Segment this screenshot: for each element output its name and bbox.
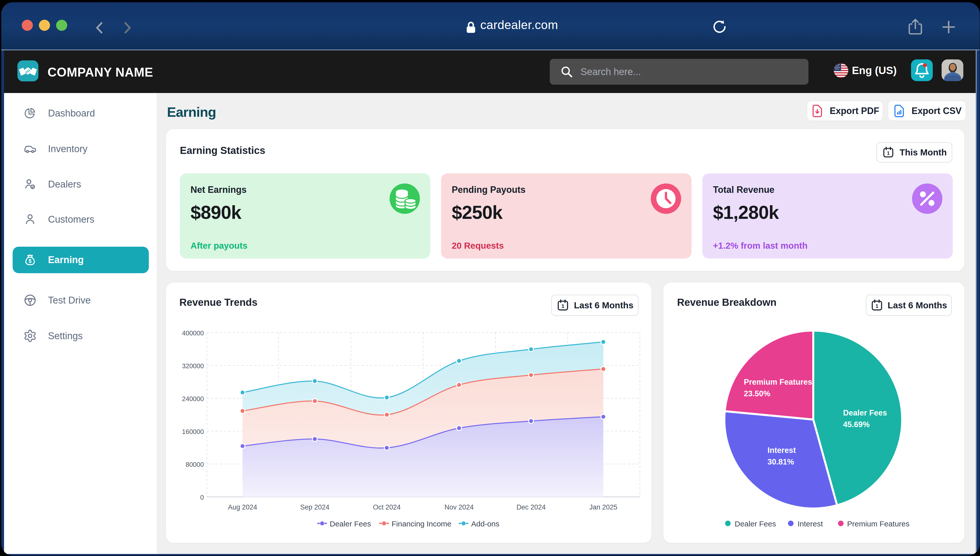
svg-text:Premium Features: Premium Features: [744, 378, 812, 386]
svg-text:23.50%: 23.50%: [744, 389, 770, 398]
svg-text:0: 0: [200, 494, 204, 501]
svg-text:Sep 2024: Sep 2024: [300, 503, 329, 511]
svg-text:80000: 80000: [186, 461, 204, 468]
svg-text:Dealer Fees: Dealer Fees: [735, 520, 776, 528]
svg-text:Dealer Fees: Dealer Fees: [843, 408, 887, 417]
svg-text:Dealer Fees: Dealer Fees: [330, 520, 371, 528]
svg-text:30.81%: 30.81%: [767, 457, 794, 466]
svg-text:Financing Income: Financing Income: [392, 520, 451, 528]
svg-text:Aug 2024: Aug 2024: [228, 503, 257, 511]
svg-text:Premium Features: Premium Features: [847, 520, 909, 528]
svg-text:Interest: Interest: [767, 446, 796, 455]
svg-text:Add-ons: Add-ons: [471, 520, 500, 528]
svg-text:45.69%: 45.69%: [843, 420, 870, 429]
svg-text:400000: 400000: [182, 329, 204, 337]
svg-text:320000: 320000: [182, 362, 204, 370]
svg-text:Nov 2024: Nov 2024: [445, 503, 474, 511]
svg-text:Dec 2024: Dec 2024: [516, 503, 546, 511]
svg-text:Interest: Interest: [798, 520, 823, 528]
svg-text:160000: 160000: [182, 428, 204, 435]
svg-text:Jan 2025: Jan 2025: [589, 503, 617, 511]
svg-text:240000: 240000: [182, 395, 204, 402]
svg-text:1: 1: [887, 150, 890, 156]
svg-text:$: $: [29, 258, 32, 264]
svg-text:Oct 2024: Oct 2024: [373, 503, 401, 511]
